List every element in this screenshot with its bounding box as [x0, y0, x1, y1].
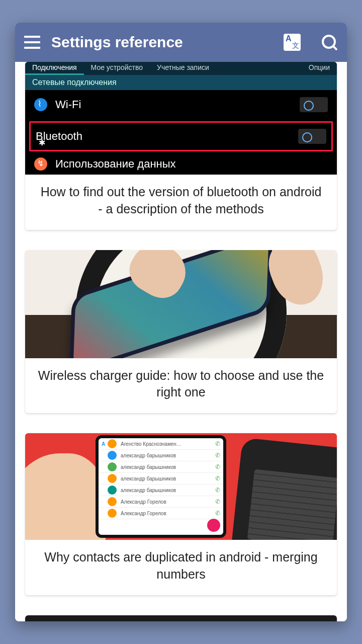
data-usage-icon — [34, 157, 47, 171]
thumb-wifi-row: Wi-Fi — [25, 90, 337, 119]
app-bar: Settings reference — [15, 23, 347, 62]
contacts-phone-illustration: ААгенство Краснознамен…✆ александр барыш… — [96, 435, 226, 538]
translate-icon[interactable] — [284, 34, 301, 51]
article-title: Wireless charger guide: how to choose an… — [25, 358, 337, 414]
app-title: Settings reference — [51, 34, 284, 51]
toggle-icon — [300, 97, 328, 112]
article-list[interactable]: Подключения Мое устройство Учетные запис… — [15, 62, 347, 621]
toggle-icon — [298, 129, 326, 144]
article-title: Why contacts are duplicated in android -… — [25, 540, 337, 595]
thumb-data-label: Использование данных — [55, 157, 176, 171]
thumb-tab: Мое устройство — [84, 62, 150, 75]
menu-icon[interactable] — [24, 36, 40, 49]
thumb-tab: Опции — [302, 62, 337, 75]
keyboard-phone-illustration — [231, 438, 337, 540]
article-card[interactable]: ААгенство Краснознамен…✆ александр барыш… — [25, 433, 337, 595]
fab-icon — [207, 519, 220, 532]
article-card[interactable]: Порт MMS — [25, 615, 337, 622]
thumb-tab: Подключения — [25, 62, 84, 75]
thumb-section-label: Сетевые подключения — [25, 75, 337, 90]
thumb-data-row: Использование данных — [25, 153, 337, 178]
thumb-wifi-label: Wi-Fi — [55, 98, 81, 111]
search-icon[interactable] — [321, 34, 338, 51]
wifi-icon — [34, 98, 47, 111]
article-thumbnail — [25, 250, 337, 358]
article-thumbnail: Подключения Мое устройство Учетные запис… — [25, 62, 337, 175]
article-title: How to find out the version of bluetooth… — [25, 175, 337, 230]
thumb-bluetooth-row: Bluetooth — [29, 121, 333, 151]
app-window: Settings reference Подключения Мое устро… — [15, 23, 347, 621]
article-card[interactable]: Подключения Мое устройство Учетные запис… — [25, 62, 337, 230]
article-thumbnail: ААгенство Краснознамен…✆ александр барыш… — [25, 433, 337, 540]
article-card[interactable]: Wireless charger guide: how to choose an… — [25, 250, 337, 414]
article-thumbnail: Порт MMS — [25, 615, 337, 622]
thumb-tab: Учетные записи — [150, 62, 216, 75]
